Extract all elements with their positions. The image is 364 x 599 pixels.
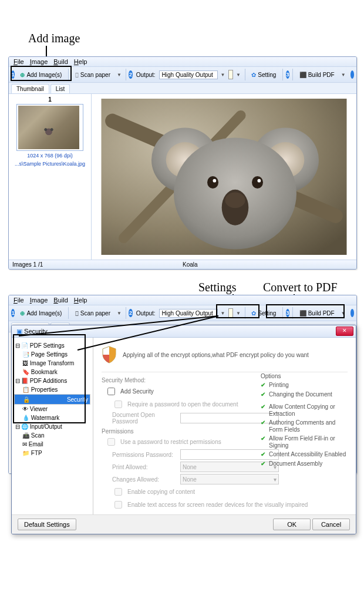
tree-email[interactable]: ✉ Email — [14, 440, 90, 449]
options-column: Options ✔Printing ✔Changing the Document… — [261, 373, 349, 469]
statusbar: Images 1 /1 Koala — [9, 260, 356, 269]
tree-bookmark[interactable]: 🔖 Bookmark — [14, 368, 90, 376]
preview-image — [96, 99, 352, 255]
step-badge-1: 1 — [11, 70, 15, 79]
svg-point-11 — [225, 193, 245, 208]
body: 1 1024 x 768 (96 dpi) ...s\Sample Pictur… — [9, 94, 356, 260]
default-settings-button[interactable]: Default Settings — [18, 519, 76, 530]
menu-build[interactable]: Build — [53, 58, 68, 65]
scan-paper-button[interactable]: ⌷Scan paper — [72, 70, 114, 80]
label-open-pw: Document Open Password — [112, 412, 177, 425]
menu-file[interactable]: File — [14, 297, 24, 304]
build-pdf-button[interactable]: ⬛Build PDF — [296, 70, 338, 80]
chevron-down-icon[interactable]: ▼ — [340, 72, 347, 78]
svg-point-9 — [258, 179, 261, 183]
menubar: File Image Build Help — [9, 57, 356, 67]
checkbox-add-security[interactable] — [107, 388, 115, 395]
plus-icon: ⊕ — [20, 72, 25, 78]
pdf-icon: ⬛ — [299, 72, 306, 78]
color-swatch[interactable] — [228, 70, 233, 79]
check-icon: ✔ — [261, 382, 265, 389]
checkbox-restrict-perm[interactable] — [107, 438, 115, 446]
thumbnail-meta-path: ...s\Sample Pictures\Koala.jpg — [11, 161, 89, 167]
tabs: Thumbnail List — [9, 83, 356, 94]
scanner-icon: ⌷ — [75, 72, 79, 78]
tree-ftp[interactable]: 📁 FTP — [14, 449, 90, 457]
output-quality-select[interactable]: High Quality Output — [159, 70, 218, 79]
toolbar: 1 ⊕Add Image(s) ⌷Scan paper ▼ 2 Output: … — [9, 67, 356, 83]
checkbox-require-open-pw[interactable] — [114, 401, 122, 408]
svg-line-13 — [77, 316, 218, 350]
svg-point-7 — [252, 176, 263, 189]
gear-icon: ✿ — [251, 72, 256, 78]
tree-watermark[interactable]: 💧 Watermark — [14, 413, 90, 422]
options-header: Options — [261, 373, 349, 379]
dialog-footer: Default Settings OK Cancel — [12, 514, 356, 534]
dialog-body: ⊟📄 PDF Settings 📑 Page Settings 🖼 Image … — [12, 338, 356, 514]
tree-security[interactable]: 🔒 Security — [14, 394, 90, 405]
tree-pdf-additions[interactable]: ⊟📕 PDF Additions — [14, 376, 90, 385]
menu-help[interactable]: Help — [74, 297, 87, 304]
check-icon: ✔ — [261, 419, 265, 433]
tab-list[interactable]: List — [50, 84, 70, 93]
status-count: Images 1 /1 — [12, 261, 183, 268]
build-pdf-button[interactable]: ⬛Build PDF — [296, 308, 338, 318]
chevron-down-icon[interactable]: ▼ — [340, 311, 347, 316]
preview-area — [92, 94, 356, 260]
menu-help[interactable]: Help — [74, 58, 87, 65]
main-window-1: File Image Build Help 1 ⊕Add Image(s) ⌷S… — [8, 56, 357, 270]
thumbnail-meta-dims: 1024 x 768 (96 dpi) — [11, 153, 89, 159]
settings-button[interactable]: ✿Setting — [248, 308, 279, 318]
tree-image-transform[interactable]: 🖼 Image Transform — [14, 359, 90, 368]
menubar: File Image Build Help — [9, 295, 356, 305]
tree-io[interactable]: ⊟🌐 Input/Output — [14, 422, 90, 431]
checkbox-enable-copy[interactable] — [114, 488, 122, 496]
add-images-button[interactable]: ⊕Add Image(s) — [16, 70, 65, 80]
close-button[interactable]: ✕ — [336, 327, 353, 336]
checkbox-enable-sr[interactable] — [114, 501, 122, 509]
chevron-down-icon[interactable]: ▼ — [116, 72, 123, 78]
menu-build[interactable]: Build — [53, 297, 68, 304]
check-icon: ✔ — [261, 451, 265, 458]
cancel-button[interactable]: Cancel — [312, 519, 350, 530]
chevron-down-icon[interactable]: ▼ — [220, 72, 227, 78]
menu-image[interactable]: Image — [30, 297, 48, 304]
chevron-down-icon[interactable]: ▼ — [235, 72, 242, 78]
menu-file[interactable]: File — [14, 58, 24, 65]
tree-scan[interactable]: 📠 Scan — [14, 431, 90, 440]
settings-tree: ⊟📄 PDF Settings 📑 Page Settings 🖼 Image … — [12, 338, 93, 514]
check-icon: ✔ — [261, 460, 265, 467]
output-label: Output: — [134, 72, 157, 78]
status-filename: Koala — [183, 261, 353, 268]
thumbnail-image — [18, 106, 79, 149]
tree-viewer[interactable]: 👁 Viewer — [14, 405, 90, 413]
check-icon: ✔ — [261, 435, 265, 449]
svg-point-8 — [213, 179, 217, 183]
callout-line — [46, 46, 47, 56]
thumbnail-panel: 1 1024 x 768 (96 dpi) ...s\Sample Pictur… — [9, 94, 92, 260]
settings-dialog: ▣ Security ✕ ⊟📄 PDF Settings 📑 Page Sett… — [11, 325, 356, 534]
gear-icon: ✿ — [251, 310, 256, 317]
check-icon: ✔ — [261, 403, 265, 417]
thumbnail-item[interactable] — [16, 104, 83, 151]
select-changes-allowed[interactable]: None▾ — [180, 474, 279, 484]
svg-point-6 — [207, 176, 218, 189]
thumbnail-index: 1 — [11, 96, 89, 103]
settings-button[interactable]: ✿Setting — [248, 70, 279, 80]
tree-properties[interactable]: 📋 Properties — [14, 385, 90, 394]
pdf-icon: ⬛ — [299, 310, 306, 317]
callout-settings: Settings — [198, 281, 236, 294]
check-icon: ✔ — [261, 391, 265, 398]
callout-connectors — [8, 312, 237, 352]
banner-text: Applying all of the encrypt options,what… — [123, 352, 309, 358]
settings-pane: Applying all of the encrypt options,what… — [93, 338, 356, 514]
svg-line-12 — [19, 316, 218, 336]
callout-convert: Convert to PDF — [263, 281, 338, 294]
help-icon[interactable]: ? — [350, 70, 354, 79]
help-icon[interactable]: ? — [350, 309, 354, 317]
tab-thumbnail[interactable]: Thumbnail — [11, 84, 49, 93]
ok-button[interactable]: OK — [273, 519, 311, 530]
step-badge-3: 3 — [286, 309, 289, 317]
menu-image[interactable]: Image — [30, 58, 48, 65]
step-badge-3: 3 — [286, 70, 289, 79]
